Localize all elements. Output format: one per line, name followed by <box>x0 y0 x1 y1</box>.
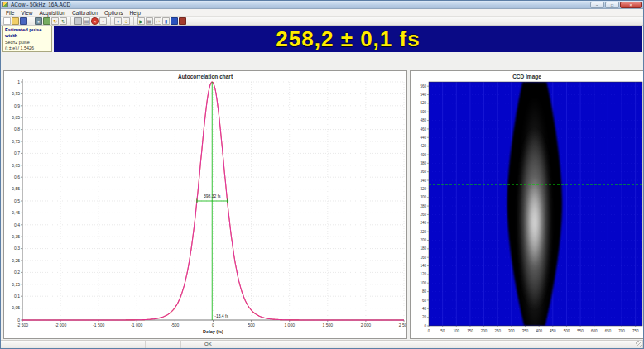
svg-text:0,55: 0,55 <box>12 186 20 191</box>
svg-text:20: 20 <box>422 315 427 319</box>
close-button[interactable]: × <box>620 2 642 8</box>
autocorrelation-chart[interactable]: 00,050,10,150,20,250,30,350,40,450,50,55… <box>4 71 406 338</box>
memory-card-icon[interactable]: ▪ <box>99 17 107 25</box>
minimize-button[interactable]: – <box>590 2 604 8</box>
report-icon[interactable]: ▤ <box>83 17 90 25</box>
svg-text:0,65: 0,65 <box>12 163 20 168</box>
acquire-continuous-icon[interactable]: ↻ <box>51 17 59 25</box>
data-sheet-icon[interactable]: ▤ <box>146 17 153 25</box>
svg-text:120: 120 <box>420 272 426 276</box>
svg-text:40: 40 <box>422 307 427 311</box>
svg-text:0,75: 0,75 <box>12 139 20 144</box>
resize-grip[interactable] <box>636 341 642 347</box>
svg-text:460: 460 <box>420 127 426 131</box>
ccd-image-chart[interactable]: 0501001502002503003504004505005506006507… <box>411 71 643 338</box>
svg-text:50: 50 <box>440 329 445 333</box>
open-file-icon[interactable] <box>12 17 19 25</box>
svg-text:0,5: 0,5 <box>14 198 20 203</box>
status-message: OK <box>181 341 643 348</box>
svg-text:0,7: 0,7 <box>14 151 20 155</box>
svg-text:0,15: 0,15 <box>12 282 20 287</box>
acquire-single-icon[interactable]: ↻ <box>60 17 67 25</box>
svg-text:150: 150 <box>467 329 473 333</box>
svg-text:300: 300 <box>420 195 426 199</box>
run-icon[interactable]: ▶ <box>137 17 145 25</box>
blue-marker-icon[interactable] <box>171 17 178 25</box>
svg-text:0: 0 <box>212 323 214 327</box>
undo-icon[interactable]: ↩ <box>154 17 161 25</box>
menu-calibration[interactable]: Calibration <box>69 10 101 16</box>
svg-text:100: 100 <box>454 329 460 333</box>
maximize-button[interactable]: □ <box>605 2 619 8</box>
chart-icon[interactable]: ▮ <box>162 17 170 25</box>
ccd-title: CCD Image <box>411 74 643 79</box>
user-icon[interactable]: ☺ <box>123 17 130 25</box>
pulse-shape-label: Sech2 pulse <box>5 40 50 45</box>
svg-text:0,1: 0,1 <box>14 294 20 299</box>
svg-text:140: 140 <box>420 264 426 268</box>
pulse-width-panel: Estimated pulse width Sech2 pulse (t ± e… <box>2 26 52 52</box>
camera-icon[interactable]: ● <box>35 17 42 25</box>
status-bar: OK <box>1 340 643 348</box>
save-icon[interactable] <box>20 17 27 25</box>
svg-text:-2 000: -2 000 <box>55 323 66 327</box>
svg-text:0: 0 <box>428 329 430 333</box>
svg-text:Delay (fs): Delay (fs) <box>203 329 223 334</box>
svg-text:650: 650 <box>605 329 612 333</box>
svg-text:380: 380 <box>420 161 426 165</box>
svg-text:280: 280 <box>420 204 426 208</box>
svg-text:350: 350 <box>522 329 529 333</box>
connect-icon[interactable]: ♦ <box>114 17 122 25</box>
menu-acquisition[interactable]: Acquisition <box>36 10 68 16</box>
app-window: ACow - 50kHz_16A.ACD –□× FileViewAcquisi… <box>0 0 644 349</box>
svg-text:1: 1 <box>17 79 20 84</box>
svg-text:1 500: 1 500 <box>323 323 334 327</box>
new-file-icon[interactable] <box>3 17 11 25</box>
svg-text:320: 320 <box>420 187 426 191</box>
svg-text:-500: -500 <box>171 323 179 327</box>
svg-text:-2 500: -2 500 <box>17 323 28 327</box>
window-title: ACow - 50kHz_16A.ACD <box>11 2 589 7</box>
svg-text:0: 0 <box>17 318 20 323</box>
menu-help[interactable]: Help <box>126 10 143 16</box>
svg-text:500: 500 <box>248 323 255 327</box>
stop-icon[interactable]: × <box>91 17 99 25</box>
svg-text:600: 600 <box>591 329 598 333</box>
red-marker-icon[interactable] <box>179 17 186 25</box>
window-controls: –□× <box>589 2 642 8</box>
svg-text:0,95: 0,95 <box>12 91 20 96</box>
image-icon[interactable] <box>43 17 50 25</box>
menu-options[interactable]: Options <box>101 10 126 16</box>
status-segment-2 <box>146 341 181 348</box>
svg-text:1 000: 1 000 <box>284 323 295 327</box>
svg-text:540: 540 <box>420 93 426 97</box>
printer-icon[interactable] <box>74 17 82 25</box>
svg-text:0,45: 0,45 <box>12 210 20 215</box>
svg-text:0,6: 0,6 <box>14 174 20 179</box>
center-annotation: -13,4 fs <box>214 313 228 318</box>
svg-text:2 500: 2 500 <box>399 323 407 327</box>
svg-text:80: 80 <box>422 289 427 294</box>
svg-text:500: 500 <box>420 110 426 114</box>
toolbar: ●↻↻▤×▪♦☺▶▤↩▮ <box>1 17 643 26</box>
pulse-width-result-banner: 258,2 ± 0,1 fs <box>54 26 642 52</box>
svg-text:300: 300 <box>508 329 515 333</box>
toolbar-separator <box>70 17 71 25</box>
svg-text:-1 500: -1 500 <box>93 323 104 327</box>
menu-file[interactable]: File <box>2 10 17 16</box>
svg-text:0,85: 0,85 <box>12 115 20 120</box>
svg-text:420: 420 <box>420 144 426 148</box>
svg-text:0,2: 0,2 <box>14 270 20 275</box>
title-bar[interactable]: ACow - 50kHz_16A.ACD –□× <box>1 1 643 9</box>
svg-text:160: 160 <box>420 256 426 260</box>
menu-view[interactable]: View <box>17 10 36 16</box>
autocorrelation-panel: 00,050,10,150,20,250,30,350,40,450,50,55… <box>3 70 407 339</box>
autocorrelation-title: Autocorrelation chart <box>4 74 406 79</box>
svg-text:750: 750 <box>632 329 639 333</box>
fwhm-annotation: 398,32 fs <box>204 194 221 198</box>
svg-text:2 000: 2 000 <box>361 323 372 327</box>
pulse-formula-label: (t ± e) / 1.5426 <box>5 45 50 50</box>
svg-text:400: 400 <box>420 153 426 157</box>
svg-text:250: 250 <box>494 329 501 333</box>
app-icon <box>2 2 8 7</box>
